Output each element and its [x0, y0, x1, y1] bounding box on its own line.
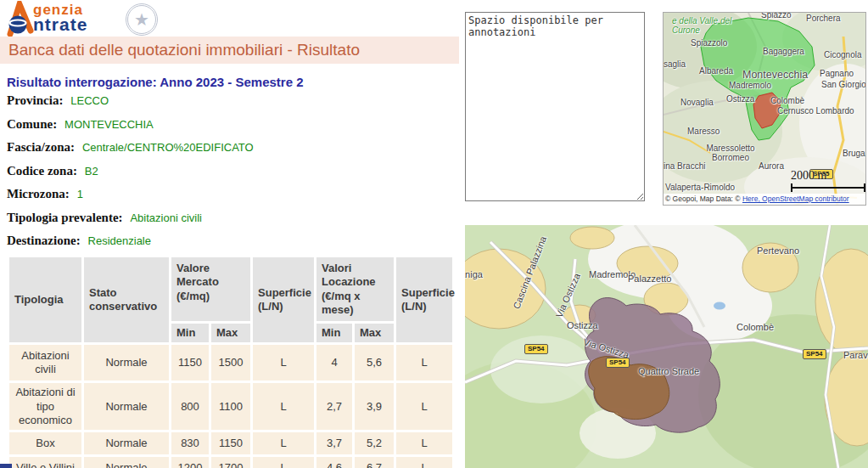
cell-tipologia: Ville e Villini — [9, 457, 81, 468]
field-value: 1 — [77, 188, 83, 200]
cell-superficie-2: L — [396, 432, 452, 454]
table-row: Box Normale 830 1150 L 3,7 5,2 L — [9, 432, 452, 454]
map-attribution-text: © Geopoi, Map Data: © — [665, 195, 742, 203]
map-label-colombe: Colombè — [770, 96, 804, 105]
field-provincia: Provincia: LECCO — [7, 93, 254, 117]
page-title-banner: Banca dati delle quotazioni immobiliari … — [0, 37, 459, 64]
field-label: Provincia: — [7, 93, 63, 107]
subheader-min-mercato: Min — [171, 324, 209, 342]
col-header-valori-locazione: Valori Locazione (€/mq x mese) — [316, 257, 394, 321]
col-header-superficie-1: Superficie (L/N) — [253, 257, 314, 342]
quotations-table: Tipologia Stato conservativo Valore Merc… — [7, 255, 456, 468]
field-label: Destinazione: — [7, 234, 81, 247]
detail-map[interactable]: aniga Cascina Palazzina Via Ostizza Madr… — [465, 225, 868, 468]
road-badge-sp54: SP54 — [606, 358, 630, 368]
field-label: Fascia/zona: — [7, 140, 75, 154]
cell-superficie-2: L — [396, 345, 452, 381]
field-codice-zona: Codice zona: B2 — [7, 164, 254, 188]
field-destinazione: Destinazione: Residenziale — [7, 234, 254, 257]
cell-vl-min: 2,7 — [316, 383, 352, 430]
map-label-palazzetto: Palazzetto — [628, 273, 671, 284]
field-fascia-zona: Fascia/zona: Centrale/CENTRO%20EDIFICATO — [7, 140, 254, 164]
map-label-spiazzo: Spiazzo — [761, 12, 792, 20]
map-label-cicognola: Cicognola — [824, 50, 861, 59]
field-tipologia-prevalente: Tipologia prevalente: Abitazioni civili — [7, 211, 254, 234]
cell-stato: Normale — [84, 432, 169, 454]
map-attribution-link[interactable]: Here, OpenStreetMap contributor — [742, 195, 849, 203]
cropped-element — [0, 464, 12, 468]
field-label: Tipologia prevalente: — [7, 211, 123, 224]
map-label-pagnano: Pagnano — [820, 69, 854, 78]
field-comune: Comune: MONTEVECCHIA — [7, 117, 254, 141]
subheader-max-locazione: Max — [355, 324, 394, 342]
field-value: MONTEVECCHIA — [64, 118, 154, 131]
overview-map[interactable]: e della Valle del Curone Spiazzo Porcher… — [663, 12, 866, 206]
field-label: Codice zona: — [7, 164, 77, 178]
cell-tipologia: Box — [9, 432, 81, 454]
map-label-porchera: Porchera — [806, 14, 841, 23]
cell-vm-max: 1150 — [211, 432, 250, 454]
cell-vm-min: 1150 — [171, 345, 209, 381]
cell-vl-max: 5,6 — [355, 345, 394, 381]
field-value: B2 — [85, 165, 98, 178]
agenzia-entrate-logo: genzia ntrate ★ — [7, 1, 168, 37]
italy-emblem-icon: ★ — [126, 3, 158, 36]
cell-tipologia: Abitazioni civili — [9, 345, 81, 381]
map-label-valaperta-rimoldo: Valaperta-Rimoldo — [665, 183, 735, 192]
cell-vl-max: 5,2 — [355, 432, 394, 454]
map-attribution: © Geopoi, Map Data: © Here, OpenStreetMa… — [664, 194, 865, 205]
cell-vm-max: 1700 — [211, 457, 250, 468]
field-value: LECCO — [70, 94, 109, 107]
annotations-textarea[interactable]: Spazio disponibile per annotazioni — [465, 12, 645, 201]
map-label-cascina-bracchi: ina Bracchi — [664, 161, 705, 171]
col-header-superficie-2: Superficie (L/N) — [396, 257, 452, 342]
col-header-valore-mercato: Valore Mercato (€/mq) — [171, 257, 250, 321]
cell-superficie-2: L — [396, 457, 452, 468]
map-label-madremolo: Madremolo — [729, 81, 771, 90]
map-label-quattro-strade: Quattro Strade — [638, 366, 699, 376]
logo-text-line2: ntrate — [33, 14, 87, 35]
road-badge-sp54: SP54 — [803, 349, 826, 359]
subheader-min-locazione: Min — [316, 324, 352, 342]
cell-superficie-2: L — [396, 383, 452, 430]
field-label: Microzona: — [7, 187, 70, 200]
cell-vm-max: 1100 — [211, 383, 250, 430]
map-label-ostizza: Ostizza — [567, 320, 598, 330]
map-label-protected-area: e della Valle del Curone — [672, 16, 738, 35]
map-label-san-giorgio: San Giorgio — [821, 80, 866, 89]
map-label-spiazzolo: Spiazzolo — [691, 38, 727, 48]
cell-vm-min: 1200 — [171, 457, 209, 468]
cell-tipologia: Abitazioni di tipo economico — [9, 383, 81, 430]
field-label: Comune: — [7, 117, 57, 131]
road-badge-sp54: SP54 — [524, 344, 548, 354]
field-microzona: Microzona: 1 — [7, 187, 254, 211]
map-label-novaglia: Novaglia — [680, 98, 714, 107]
cell-vm-min: 830 — [171, 432, 209, 454]
cell-vm-min: 800 — [171, 383, 209, 430]
result-fields: Provincia: LECCO Comune: MONTEVECCHIA Fa… — [7, 93, 254, 257]
table-row: Abitazioni di tipo economico Normale 800… — [9, 383, 452, 430]
map-scale-text: 2000 m — [791, 169, 826, 183]
map-label-aurora: Aurora — [759, 161, 784, 171]
col-header-stato-conservativo: Stato conservativo — [84, 257, 169, 342]
map-label-albareda: Albareda — [699, 66, 733, 76]
cell-vm-max: 1500 — [211, 345, 250, 381]
cell-stato: Normale — [84, 457, 169, 468]
cell-superficie-1: L — [253, 432, 314, 454]
cell-superficie-1: L — [253, 383, 314, 430]
table-row: Abitazioni civili Normale 1150 1500 L 4 … — [9, 345, 452, 381]
col-header-tipologia: Tipologia — [9, 257, 81, 342]
map-label-aniga: aniga — [465, 269, 483, 279]
map-label-pertevano: Pertevano — [757, 245, 799, 256]
cell-vl-min: 3,7 — [316, 432, 352, 454]
field-value: Abitazioni civili — [130, 211, 202, 224]
map-scale-bar — [791, 183, 865, 192]
field-value: Centrale/CENTRO%20EDIFICATO — [82, 141, 254, 154]
map-label-ostizza: Ostizza — [726, 94, 754, 104]
cell-superficie-1: L — [253, 457, 314, 468]
cell-stato: Normale — [84, 383, 169, 430]
map-label-colombe: Colombè — [736, 322, 774, 332]
table-row: Ville e Villini Normale 1200 1700 L 4,6 … — [9, 457, 452, 468]
cell-vl-min: 4,6 — [316, 457, 352, 468]
cell-vl-min: 4 — [316, 345, 352, 381]
